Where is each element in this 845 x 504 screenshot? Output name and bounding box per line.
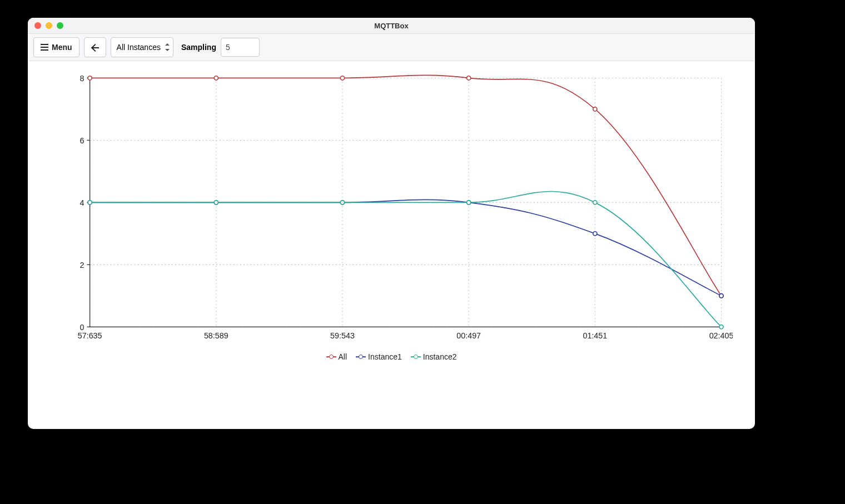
svg-point-32 <box>467 76 471 80</box>
svg-text:6: 6 <box>79 136 84 144</box>
sampling-label: Sampling <box>181 43 216 52</box>
minimize-icon[interactable] <box>46 22 52 29</box>
close-icon[interactable] <box>34 22 41 29</box>
svg-text:57:635: 57:635 <box>78 331 102 340</box>
legend-item[interactable]: Instance2 <box>411 352 457 361</box>
svg-text:58:589: 58:589 <box>204 331 228 340</box>
legend-item[interactable]: Instance1 <box>356 352 402 361</box>
legend-label: All <box>339 352 347 361</box>
svg-point-46 <box>719 325 723 329</box>
svg-point-39 <box>593 232 597 236</box>
svg-text:2: 2 <box>79 260 84 269</box>
svg-text:8: 8 <box>79 74 84 83</box>
chart-legend: AllInstance1Instance2 <box>28 352 755 361</box>
instance-select-value: All Instances <box>117 43 161 52</box>
menu-button[interactable]: Menu <box>33 37 79 57</box>
svg-text:4: 4 <box>79 198 84 207</box>
sampling-input[interactable] <box>221 38 260 57</box>
svg-point-41 <box>88 201 92 204</box>
svg-point-44 <box>467 201 471 204</box>
app-window: MQTTBox Menu All Instances Sampling 0246… <box>28 18 755 429</box>
svg-text:00:497: 00:497 <box>456 331 481 340</box>
legend-swatch-icon <box>326 354 336 360</box>
chart: 0246857:63558:58959:54300:49701:45102:40… <box>50 72 733 350</box>
legend-label: Instance1 <box>368 352 402 361</box>
svg-text:0: 0 <box>79 322 84 331</box>
legend-swatch-icon <box>411 354 421 360</box>
maximize-icon[interactable] <box>57 22 63 29</box>
toolbar: Menu All Instances Sampling <box>28 34 755 61</box>
svg-text:02:405: 02:405 <box>709 331 733 340</box>
window-controls <box>28 22 63 29</box>
back-button[interactable] <box>84 37 106 57</box>
svg-point-33 <box>593 107 597 111</box>
legend-swatch-icon <box>356 354 366 360</box>
svg-point-30 <box>214 76 218 80</box>
chevron-updown-icon <box>165 43 170 51</box>
svg-point-45 <box>593 201 597 204</box>
hamburger-icon <box>41 44 48 51</box>
legend-label: Instance2 <box>423 352 457 361</box>
svg-text:59:543: 59:543 <box>330 331 355 340</box>
svg-text:01:451: 01:451 <box>583 331 607 340</box>
svg-point-29 <box>88 76 92 80</box>
instance-select[interactable]: All Instances <box>111 37 173 57</box>
svg-point-42 <box>214 201 218 204</box>
svg-point-43 <box>340 201 344 204</box>
arrow-left-icon <box>91 43 99 51</box>
titlebar: MQTTBox <box>28 18 755 34</box>
svg-point-40 <box>719 294 723 298</box>
window-title: MQTTBox <box>28 22 755 30</box>
svg-point-31 <box>340 76 344 80</box>
menu-button-label: Menu <box>52 43 72 52</box>
legend-item[interactable]: All <box>326 352 347 361</box>
